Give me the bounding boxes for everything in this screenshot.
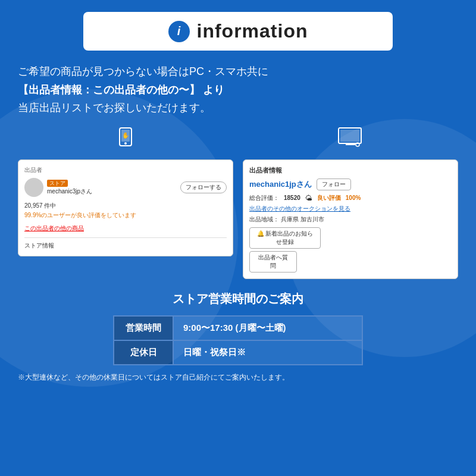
hours-table: 営業時間 9:00〜17:30 (月曜〜土曜) 定休日 日曜・祝祭日※ [113, 315, 363, 365]
desktop-follow-button[interactable]: フォロー [317, 178, 351, 190]
rating-row: 総合評価： 18520 🌤 良い評価 100% [249, 194, 452, 202]
intro-line3: 当店出品リストでお探しいただけます。 [18, 99, 458, 117]
mobile-seller-label: 出品者 [24, 166, 227, 174]
intro-text: ご希望の商品が見つからない場合はPC・スマホ共に 【出品者情報：この出品者の他の… [18, 62, 458, 117]
hours-row-2: 定休日 日曜・祝祭日※ [114, 340, 362, 365]
page-container: i information ご希望の商品が見つからない場合はPC・スマホ共に 【… [0, 0, 476, 394]
desktop-seller-name-row: mechanic1jpさん フォロー [249, 178, 452, 190]
info-icon: i [168, 21, 190, 42]
notify-button[interactable]: 🔔 新着出品のお知らせ登録 [249, 227, 321, 249]
seller-name-col: ストア mechanic3jpさん [47, 179, 177, 196]
desktop-screenshot: 出品者情報 mechanic1jpさん フォロー 総合評価： 18520 🌤 良… [243, 159, 458, 279]
svg-point-2 [124, 142, 127, 145]
good-label: 良い評価 [317, 194, 341, 202]
mobile-icon: ✋ [115, 127, 136, 154]
mobile-seller-row: ストア mechanic3jpさん フォローする [24, 178, 227, 197]
screenshots-row: ✋ 出品者 ストア mechanic3jpさん フォローする 20,957 件中… [18, 127, 458, 279]
mobile-seller-name: mechanic3jpさん [47, 187, 177, 196]
divider [24, 237, 227, 238]
seller-avatar [24, 178, 43, 197]
store-hours-section: ストア営業時間のご案内 営業時間 9:00〜17:30 (月曜〜土曜) 定休日 … [18, 291, 458, 383]
question-button[interactable]: 出品者へ質問 [249, 251, 297, 273]
store-hours-title: ストア営業時間のご案内 [18, 291, 458, 307]
rating-number: 18520 [284, 195, 300, 201]
rating-label: 総合評価： [249, 194, 279, 202]
svg-text:✋: ✋ [122, 131, 130, 139]
mobile-wrapper: ✋ 出品者 ストア mechanic3jpさん フォローする 20,957 件中… [18, 127, 233, 256]
review-percent: 99.9%のユーザーが良い評価をしています [24, 211, 227, 220]
intro-line2: 【出品者情報：この出品者の他の〜】 より [18, 81, 458, 99]
mobile-screenshot: 出品者 ストア mechanic3jpさん フォローする 20,957 件中 9… [18, 159, 233, 256]
hours-row-1: 営業時間 9:00〜17:30 (月曜〜土曜) [114, 316, 362, 340]
desktop-seller-info-title: 出品者情報 [249, 166, 452, 175]
mobile-follow-button[interactable]: フォローする [180, 181, 227, 193]
desktop-icon [337, 127, 364, 154]
desktop-seller-name: mechanic1jpさん [249, 179, 312, 190]
location-text: 出品地域： 兵庫県 加古川市 [249, 215, 452, 224]
svg-rect-5 [340, 130, 359, 142]
other-items-link[interactable]: この出品者の他の商品 [24, 224, 227, 233]
hours-label-1: 営業時間 [114, 316, 173, 340]
store-hours-note: ※大型連休など、その他の休業日についてはストア自己紹介にてご案内いたします。 [18, 372, 458, 383]
page-title: information [197, 20, 308, 42]
store-info-label: ストア情報 [24, 242, 227, 250]
hours-label-2: 定休日 [114, 340, 173, 365]
hours-value-2: 日曜・祝祭日※ [173, 340, 362, 365]
hours-value-1: 9:00〜17:30 (月曜〜土曜) [173, 316, 362, 340]
intro-line1: ご希望の商品が見つからない場合はPC・スマホ共に [18, 62, 458, 81]
auction-link[interactable]: 出品者のその他のオークションを見る [249, 205, 452, 213]
review-count: 20,957 件中 [24, 202, 227, 210]
good-percent: 100% [346, 195, 361, 201]
store-badge: ストア [47, 180, 68, 187]
header-box: i information [83, 12, 393, 51]
desktop-wrapper: 出品者情報 mechanic1jpさん フォロー 総合評価： 18520 🌤 良… [243, 127, 458, 279]
